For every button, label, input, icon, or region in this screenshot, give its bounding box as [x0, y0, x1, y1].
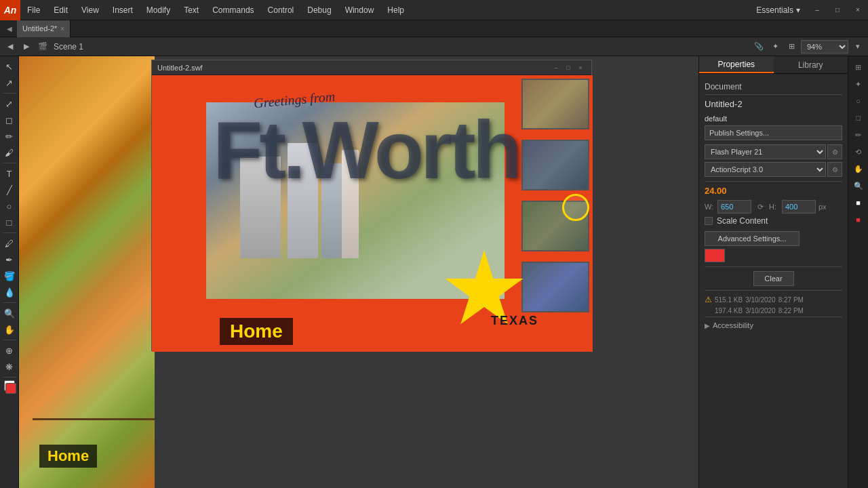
tools-panel: ↖ ↗ ⤢ ◻ ✏ 🖌 T ╱ ○ □ 🖊 ✒ 🪣 💧 🔍 ✋ ⊕ ❋ — [0, 56, 19, 488]
shape-tool[interactable]: ◻ — [1, 113, 18, 127]
separator-1 — [705, 181, 842, 182]
file-date-2: 3/10/2020 — [745, 307, 776, 314]
tool-separator-4 — [3, 302, 16, 303]
panel-icon-10[interactable]: ■ — [850, 212, 867, 227]
menu-text[interactable]: Text — [177, 0, 205, 20]
zoom-tool[interactable]: 🔍 — [1, 306, 18, 321]
essentials-chevron: ▾ — [796, 5, 800, 15]
menu-debug[interactable]: Debug — [300, 0, 338, 20]
file-size-2: 197.4 KB — [715, 307, 743, 314]
clear-button[interactable]: Clear — [753, 271, 794, 286]
paint-tool[interactable]: 🪣 — [1, 268, 18, 283]
menu-edit[interactable]: Edit — [47, 0, 75, 20]
brush-tool[interactable]: 🖌 — [1, 145, 18, 160]
fill-color[interactable] — [5, 383, 16, 394]
clip-icon[interactable]: 📎 — [752, 40, 766, 54]
scale-content-checkbox[interactable] — [705, 217, 713, 225]
background-color-swatch[interactable] — [705, 249, 725, 262]
menu-view[interactable]: View — [75, 0, 106, 20]
height-input[interactable] — [782, 200, 816, 214]
transform-tool[interactable]: ⤢ — [1, 96, 18, 111]
zoom-dropdown-icon[interactable]: ▾ — [851, 40, 865, 54]
pencil-tool[interactable]: ✏ — [1, 129, 18, 144]
ftworth-big-text: Ft.Worth — [213, 109, 519, 190]
tool-separator-6 — [3, 377, 16, 378]
panel-icon-2[interactable]: ✦ — [850, 77, 867, 92]
window-maximize[interactable]: □ — [827, 0, 848, 20]
advanced-settings-button[interactable]: Advanced Settings... — [705, 231, 800, 246]
postcard-canvas: Greetings from Ft.Worth — [152, 75, 593, 352]
accessibility-row[interactable]: ▶ Accessibility — [705, 317, 842, 333]
rect-tool[interactable]: □ — [1, 215, 18, 230]
file-size-1: 515.1 KB — [715, 296, 743, 304]
thumbnail-1 — [521, 79, 589, 129]
tab-properties[interactable]: Properties — [699, 56, 774, 73]
warn-spacer: ⚠ — [705, 306, 712, 315]
px-label: px — [818, 203, 827, 211]
oval-tool[interactable]: ○ — [1, 199, 18, 214]
tool-separator-2 — [3, 163, 16, 163]
profile-row: default — [705, 115, 842, 123]
panel-icon-7[interactable]: ✋ — [850, 161, 867, 176]
flash-player-settings-icon[interactable]: ⚙ — [827, 144, 842, 159]
document-tab[interactable]: Untitled-2* × — [17, 20, 71, 37]
swf-close[interactable]: × — [575, 62, 586, 73]
profile-label: default — [705, 115, 727, 123]
menu-insert[interactable]: Insert — [106, 0, 140, 20]
window-close[interactable]: × — [848, 0, 868, 20]
menu-file[interactable]: File — [20, 0, 47, 20]
accessibility-chevron: ▶ — [705, 322, 710, 329]
grid-icon[interactable]: ⊞ — [785, 40, 798, 54]
swf-window: Untitled-2.swf – □ × Greetings from — [151, 60, 592, 351]
width-label: W: — [705, 203, 715, 211]
swf-minimize[interactable]: – — [551, 62, 561, 73]
forward-icon[interactable]: ▶ — [20, 40, 33, 54]
fps-value: 24.00 — [705, 186, 727, 196]
eyedrop-tool[interactable]: 💧 — [1, 285, 18, 300]
panel-icon-1[interactable]: ⊞ — [850, 60, 867, 75]
width-input[interactable] — [717, 200, 751, 214]
document-section-title: Document — [705, 79, 842, 95]
actionscript-select[interactable]: ActionScript 3.0 — [705, 162, 826, 177]
menu-modify[interactable]: Modify — [140, 0, 177, 20]
bridge-element — [33, 418, 155, 420]
select-tool[interactable]: ↖ — [1, 59, 18, 74]
text-tool[interactable]: T — [1, 166, 18, 181]
far-right-panel: ⊞ ✦ ○ □ ✏ ⟲ ✋ 🔍 ■ ■ — [848, 56, 868, 488]
swap-dimensions-icon[interactable]: ⟳ — [754, 201, 766, 213]
panel-icon-3[interactable]: ○ — [850, 94, 867, 108]
pen-tool[interactable]: 🖊 — [1, 236, 18, 251]
menu-commands[interactable]: Commands — [205, 0, 260, 20]
window-minimize[interactable]: – — [807, 0, 827, 20]
menu-help[interactable]: Help — [380, 0, 411, 20]
back-icon[interactable]: ◀ — [3, 40, 17, 54]
tab-title: Untitled-2* — [22, 24, 57, 33]
ink-tool[interactable]: ✒ — [1, 252, 18, 267]
tab-close-button[interactable]: × — [60, 25, 64, 33]
bone-tool[interactable]: ⊕ — [1, 343, 18, 358]
tool-separator-5 — [3, 340, 16, 340]
flash-player-select[interactable]: Flash Player 21 — [705, 144, 826, 159]
file-date-1: 3/10/2020 — [745, 296, 776, 304]
line-tool[interactable]: ╱ — [1, 182, 18, 197]
hand-tool[interactable]: ✋ — [1, 322, 18, 337]
file-row-1: ⚠ 515.1 KB 3/10/2020 8:27 PM — [705, 295, 842, 304]
swf-maximize[interactable]: □ — [563, 62, 574, 73]
essentials-button[interactable]: Essentials ▾ — [749, 0, 807, 20]
panel-icon-9[interactable]: ■ — [850, 195, 867, 210]
menu-window[interactable]: Window — [338, 0, 381, 20]
panel-icon-8[interactable]: 🔍 — [850, 178, 867, 193]
publish-settings-button[interactable]: Publish Settings... — [705, 125, 842, 140]
deco-tool[interactable]: ❋ — [1, 359, 18, 374]
menu-control[interactable]: Control — [261, 0, 301, 20]
panel-icon-5[interactable]: ✏ — [850, 127, 867, 142]
panel-icon-4[interactable]: □ — [850, 110, 867, 125]
actionscript-settings-icon[interactable]: ⚙ — [827, 162, 842, 177]
zoom-select[interactable]: 94% — [801, 40, 848, 54]
file-row-2: ⚠ 197.4 KB 3/10/2020 8:22 PM — [705, 306, 842, 315]
tab-library[interactable]: Library — [774, 56, 848, 73]
snap-icon[interactable]: ✦ — [768, 40, 782, 54]
panel-icon-6[interactable]: ⟲ — [850, 144, 867, 159]
subselect-tool[interactable]: ↗ — [1, 75, 18, 90]
tab-back-button[interactable]: ◀ — [2, 21, 17, 36]
